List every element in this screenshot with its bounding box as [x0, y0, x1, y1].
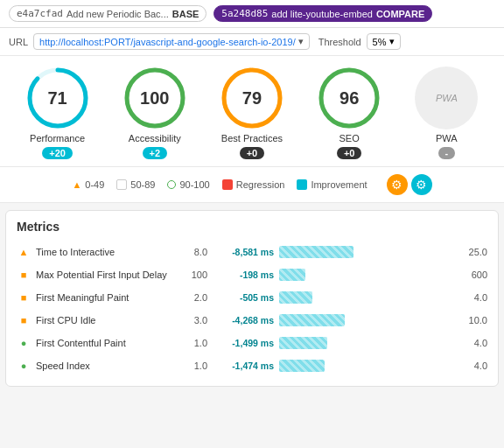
metric-bar-container-fmp	[279, 290, 456, 304]
filter-button-orange[interactable]: ⚙	[387, 174, 408, 195]
score-circle-best-practices: 79	[220, 66, 284, 130]
score-label-best-practices: Best Practices	[221, 133, 283, 144]
metric-icon-si: ●	[17, 360, 31, 371]
score-seo: 96 SEO +0	[318, 66, 381, 159]
metric-bar-container-fcp	[279, 336, 456, 350]
threshold-dropdown-icon: ▾	[389, 36, 395, 47]
metric-bar-container-si	[279, 359, 456, 373]
metric-base-fci: 3.0	[181, 315, 207, 326]
legend-improvement: Improvement	[297, 179, 367, 190]
base-commit-tag[interactable]: e4a7cfad Add new Periodic Bac... BASE	[9, 5, 206, 22]
scores-section: 71 Performance +20 100 Accessibility +2 …	[0, 56, 504, 167]
top-bar: e4a7cfad Add new Periodic Bac... BASE 5a…	[0, 0, 504, 28]
pwa-circle: PWA	[415, 66, 478, 130]
url-dropdown-icon: ▾	[298, 36, 304, 47]
metric-name-fci: First CPU Idle	[36, 315, 176, 326]
metric-compare-fmp: 4.0	[461, 292, 487, 303]
metric-base-fcp: 1.0	[181, 338, 207, 348]
metric-square-icon: ■	[21, 292, 27, 303]
metric-name-fmp: First Meaningful Paint	[36, 292, 176, 303]
metric-name-si: Speed Index	[36, 360, 176, 371]
score-value-accessibility: 100	[140, 88, 169, 108]
legend-improvement-label: Improvement	[311, 179, 367, 190]
metric-name-fcp: First Contentful Paint	[36, 338, 176, 348]
url-select[interactable]: http://localhost:PORT/javascript-and-goo…	[33, 33, 310, 50]
metric-delta-fci: -4,268 ms	[213, 315, 274, 326]
legend-0-49: ▲ 0-49	[72, 179, 104, 190]
square-icon	[116, 179, 127, 190]
base-desc: Add new Periodic Bac...	[66, 9, 169, 19]
score-value-seo: 96	[340, 88, 359, 108]
metric-delta-fmp: -505 ms	[213, 292, 274, 303]
metric-icon-fcp: ●	[17, 338, 31, 348]
metric-bar-fmp	[279, 291, 312, 304]
metric-delta-fcp: -1,499 ms	[213, 338, 274, 348]
threshold-select[interactable]: 5% ▾	[367, 33, 401, 50]
metric-compare-fci: 10.0	[461, 315, 487, 326]
metric-compare-si: 4.0	[461, 360, 487, 371]
compare-label: COMPARE	[376, 9, 424, 19]
metric-circle-icon: ●	[21, 338, 27, 348]
metric-bar-fci	[279, 314, 345, 326]
legend-actions: ⚙ ⚙	[387, 174, 432, 195]
legend-50-89-label: 50-89	[130, 179, 155, 190]
legend-90-100: 90-100	[167, 179, 209, 190]
metric-base-tti: 8.0	[181, 247, 207, 257]
score-label-performance: Performance	[30, 133, 85, 144]
circle-icon	[167, 180, 176, 189]
metric-compare-tti: 25.0	[461, 247, 487, 257]
metric-row-si: ● Speed Index 1.0 -1,474 ms 4.0	[6, 354, 498, 377]
score-badge-seo: +0	[337, 147, 362, 159]
metric-bar-container-tti	[279, 245, 456, 259]
score-label-pwa: PWA	[436, 133, 458, 144]
base-label: BASE	[172, 9, 200, 19]
metric-icon-mpfid: ■	[17, 270, 31, 280]
score-badge-best-practices: +0	[240, 147, 265, 159]
legend-regression: Regression	[222, 179, 285, 190]
metric-base-mpfid: 100	[181, 270, 207, 280]
metric-base-si: 1.0	[181, 360, 207, 371]
score-circle-accessibility: 100	[123, 66, 186, 130]
metric-bar-container-fci	[279, 313, 456, 327]
filter-button-teal[interactable]: ⚙	[411, 174, 432, 195]
threshold-label: Threshold	[318, 37, 361, 47]
threshold-text: 5%	[373, 37, 387, 47]
base-hash: e4a7cfad	[17, 8, 63, 19]
metric-icon-tti: ▲	[17, 247, 31, 257]
compare-hash: 5a248d85	[221, 8, 268, 19]
metric-triangle-icon: ▲	[19, 247, 29, 257]
score-best-practices: 79 Best Practices +0	[220, 66, 284, 159]
legend-50-89: 50-89	[116, 179, 155, 190]
score-circle-seo: 96	[318, 66, 381, 130]
legend-0-49-label: 0-49	[85, 179, 104, 190]
score-performance: 71 Performance +20	[26, 66, 89, 159]
compare-commit-tag[interactable]: 5a248d85 add lite-youtube-embed COMPARE	[214, 5, 432, 22]
metric-delta-si: -1,474 ms	[213, 360, 274, 371]
compare-desc: add lite-youtube-embed	[271, 9, 373, 19]
score-accessibility: 100 Accessibility +2	[123, 66, 186, 159]
metric-compare-fcp: 4.0	[461, 338, 487, 348]
score-badge-performance: +20	[42, 147, 73, 159]
score-label-seo: SEO	[340, 133, 360, 144]
metric-delta-mpfid: -198 ms	[213, 270, 274, 280]
legend-90-100-label: 90-100	[179, 179, 209, 190]
metric-bar-fcp	[279, 337, 327, 349]
legend-regression-label: Regression	[236, 179, 285, 190]
improvement-icon	[297, 179, 307, 190]
url-bar: URL http://localhost:PORT/javascript-and…	[0, 28, 504, 56]
url-text: http://localhost:PORT/javascript-and-goo…	[39, 37, 296, 47]
triangle-icon: ▲	[72, 179, 81, 190]
metric-compare-mpfid: 600	[461, 270, 487, 280]
score-badge-accessibility: +2	[143, 147, 168, 159]
metric-square-icon: ■	[21, 270, 27, 280]
score-pwa: PWA PWA -	[415, 66, 478, 159]
metric-bar-container-mpfid	[279, 268, 456, 282]
metrics-section: Metrics ▲ Time to Interactive 8.0 -8,581…	[5, 210, 499, 387]
metric-icon-fmp: ■	[17, 292, 31, 303]
metric-row-tti: ▲ Time to Interactive 8.0 -8,581 ms 25.0	[6, 241, 498, 263]
metrics-title: Metrics	[6, 220, 498, 241]
score-label-accessibility: Accessibility	[129, 133, 181, 144]
metric-row-fmp: ■ First Meaningful Paint 2.0 -505 ms 4.0	[6, 286, 498, 309]
score-circle-performance: 71	[26, 66, 89, 130]
metric-base-fmp: 2.0	[181, 292, 207, 303]
